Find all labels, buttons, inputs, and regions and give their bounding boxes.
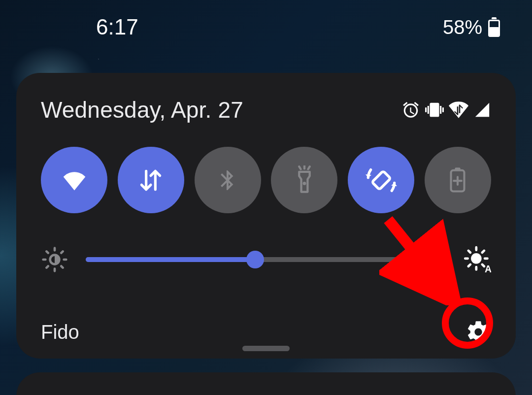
battery-percent: 58%	[443, 16, 482, 38]
wifi-icon	[449, 101, 468, 118]
battery-icon	[488, 17, 500, 37]
brightness-slider[interactable]	[86, 257, 446, 262]
svg-rect-1	[372, 171, 391, 190]
panel-drag-handle[interactable]	[242, 346, 290, 351]
quick-toggles-row	[41, 147, 491, 213]
carrier-label: Fido	[41, 321, 79, 343]
svg-text:A: A	[485, 263, 491, 273]
status-time: 6:17	[96, 15, 138, 39]
mobile-data-toggle[interactable]	[118, 147, 184, 213]
quick-settings-panel: Wednesday, Apr. 27	[16, 73, 516, 359]
vibrate-icon	[425, 100, 444, 119]
svg-point-0	[302, 182, 306, 185]
gear-icon	[466, 319, 491, 345]
flashlight-toggle[interactable]	[271, 147, 337, 213]
bluetooth-toggle[interactable]	[195, 147, 261, 213]
status-right: 58%	[443, 16, 500, 38]
svg-rect-3	[455, 167, 461, 171]
bluetooth-icon	[216, 166, 239, 195]
settings-button[interactable]	[466, 319, 491, 345]
brightness-row: A	[41, 246, 491, 273]
wifi-toggle[interactable]	[41, 147, 107, 213]
auto-brightness-icon[interactable]: A	[464, 246, 491, 273]
date-label: Wednesday, Apr. 27	[41, 97, 243, 123]
flashlight-icon	[292, 165, 317, 195]
battery-saver-toggle[interactable]	[425, 147, 491, 213]
brightness-low-icon	[41, 246, 68, 273]
battery-saver-icon	[448, 167, 467, 194]
alarm-icon	[401, 100, 420, 119]
panel-footer: Fido	[41, 319, 491, 345]
auto-rotate-toggle[interactable]	[348, 147, 414, 213]
cell-signal-icon	[473, 101, 491, 118]
notification-panel-peek[interactable]	[16, 372, 516, 395]
panel-header: Wednesday, Apr. 27	[41, 97, 491, 123]
mobile-data-icon	[137, 166, 165, 194]
auto-rotate-icon	[366, 165, 397, 196]
brightness-slider-thumb[interactable]	[246, 251, 264, 268]
status-bar: 6:17 58%	[0, 0, 532, 54]
svg-point-5	[471, 253, 482, 264]
wifi-toggle-icon	[60, 168, 89, 192]
panel-status-icons	[401, 100, 491, 119]
